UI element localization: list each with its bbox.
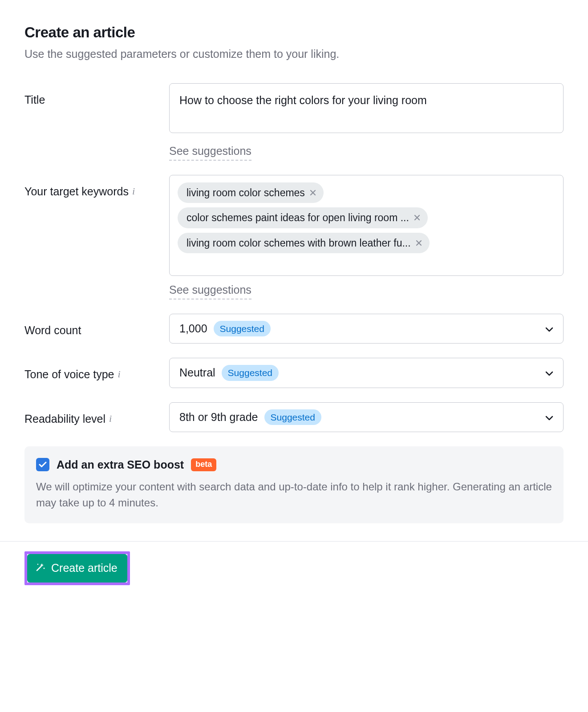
close-icon[interactable] xyxy=(309,189,316,196)
seo-boost-label: Add an extra SEO boost xyxy=(57,457,184,473)
keyword-chip[interactable]: color schemes paint ideas for open livin… xyxy=(178,207,428,228)
svg-point-1 xyxy=(37,564,38,565)
beta-badge: beta xyxy=(191,458,216,471)
chevron-down-icon xyxy=(545,321,553,336)
title-label: Title xyxy=(24,83,169,108)
keyword-chip[interactable]: living room color schemes xyxy=(178,182,324,203)
suggested-badge: Suggested xyxy=(222,365,279,380)
info-icon[interactable]: i xyxy=(132,185,135,198)
tone-label: Tone of voice type xyxy=(24,367,114,382)
word-count-select[interactable]: 1,000 Suggested xyxy=(169,314,564,344)
suggested-badge: Suggested xyxy=(214,321,271,336)
keyword-chip-label: living room color schemes with brown lea… xyxy=(187,236,411,250)
close-icon[interactable] xyxy=(414,214,421,221)
create-article-label: Create article xyxy=(51,562,118,574)
svg-point-0 xyxy=(44,567,45,569)
keyword-chip[interactable]: living room color schemes with brown lea… xyxy=(178,233,430,253)
create-article-highlight: Create article xyxy=(24,551,130,585)
create-article-button[interactable]: Create article xyxy=(27,554,127,583)
readability-select[interactable]: 8th or 9th grade Suggested xyxy=(169,402,564,432)
page-title: Create an article xyxy=(24,22,564,43)
keywords-label: Your target keywords xyxy=(24,184,129,199)
readability-label: Readability level xyxy=(24,411,105,427)
chevron-down-icon xyxy=(545,365,553,380)
keyword-chip-label: living room color schemes xyxy=(187,186,305,200)
readability-value: 8th or 9th grade xyxy=(179,409,258,425)
tone-value: Neutral xyxy=(179,365,215,380)
suggested-badge: Suggested xyxy=(264,409,321,425)
seo-boost-panel: Add an extra SEO boost beta We will opti… xyxy=(24,446,564,523)
seo-boost-description: We will optimize your content with searc… xyxy=(36,479,552,511)
keyword-chip-label: color schemes paint ideas for open livin… xyxy=(187,210,409,225)
title-input[interactable]: How to choose the right colors for your … xyxy=(169,83,564,133)
info-icon[interactable]: i xyxy=(118,368,121,381)
seo-boost-checkbox[interactable] xyxy=(36,458,49,471)
close-icon[interactable] xyxy=(415,239,422,247)
see-suggestions-keywords[interactable]: See suggestions xyxy=(169,282,251,299)
tone-select[interactable]: Neutral Suggested xyxy=(169,358,564,388)
word-count-value: 1,000 xyxy=(179,321,207,336)
see-suggestions-title[interactable]: See suggestions xyxy=(169,143,251,161)
page-subtitle: Use the suggested parameters or customiz… xyxy=(24,46,564,62)
check-icon xyxy=(39,461,47,468)
magic-wand-icon xyxy=(35,562,46,575)
info-icon[interactable]: i xyxy=(109,412,112,426)
chevron-down-icon xyxy=(545,409,553,425)
keywords-input[interactable]: living room color schemes color schemes … xyxy=(169,175,564,276)
word-count-label: Word count xyxy=(24,314,169,338)
